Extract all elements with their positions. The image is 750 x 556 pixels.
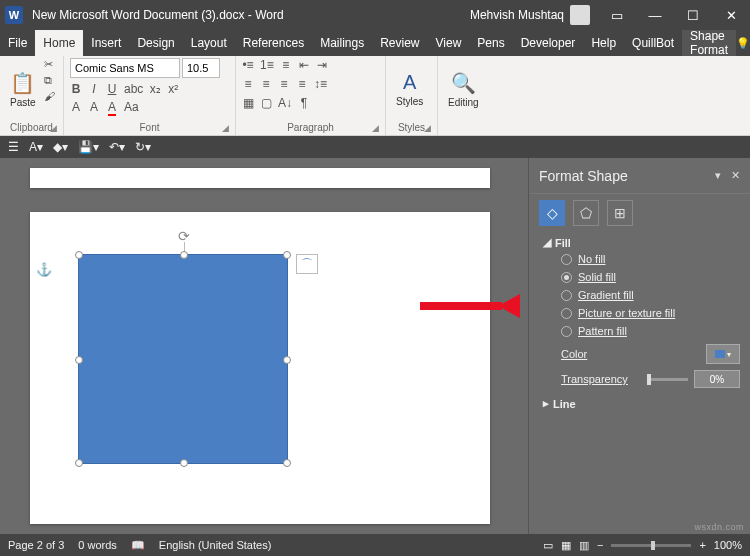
format-painter-button[interactable]: 🖌 (44, 90, 55, 102)
zoom-in-button[interactable]: + (699, 539, 705, 551)
superscript-button[interactable]: x² (167, 82, 179, 96)
save-qat[interactable]: 💾▾ (78, 140, 99, 154)
bold-button[interactable]: B (70, 82, 82, 96)
web-layout-button[interactable]: ▥ (579, 539, 589, 552)
zoom-level[interactable]: 100% (714, 539, 742, 551)
read-mode-button[interactable]: ▭ (543, 539, 553, 552)
styles-button[interactable]: A Styles (392, 58, 427, 120)
bullets-button[interactable]: •≡ (242, 58, 254, 72)
increase-indent-button[interactable]: ⇥ (316, 58, 328, 72)
font-size-select[interactable] (182, 58, 220, 78)
italic-button[interactable]: I (88, 82, 100, 96)
align-left-button[interactable]: ≡ (242, 77, 254, 91)
tab-layout[interactable]: Layout (183, 30, 235, 56)
tab-developer[interactable]: Developer (513, 30, 584, 56)
layout-options-button[interactable]: ⌒ (296, 254, 318, 274)
shading-button[interactable]: ▦ (242, 96, 254, 110)
pane-tab-effects[interactable]: ⬠ (573, 200, 599, 226)
change-case-button[interactable]: Aa (124, 100, 139, 114)
tell-me-button[interactable]: 💡Tell me (736, 31, 750, 55)
fill-picture-texture-fill[interactable]: Picture or texture fill (561, 307, 740, 319)
tab-help[interactable]: Help (583, 30, 624, 56)
fill-solid-fill[interactable]: Solid fill (561, 271, 740, 283)
undo-qat[interactable]: ↶▾ (109, 140, 125, 154)
tab-references[interactable]: References (235, 30, 312, 56)
justify-button[interactable]: ≡ (296, 77, 308, 91)
resize-handle-n[interactable] (180, 251, 188, 259)
line-spacing-button[interactable]: ↕≡ (314, 77, 327, 91)
tab-design[interactable]: Design (129, 30, 182, 56)
borders-button[interactable]: ▢ (260, 96, 272, 110)
numbering-button[interactable]: 1≡ (260, 58, 274, 72)
editing-button[interactable]: 🔍 Editing (444, 58, 483, 120)
resize-handle-e[interactable] (283, 356, 291, 364)
language-indicator[interactable]: English (United States) (159, 539, 272, 551)
tab-home[interactable]: Home (35, 30, 83, 56)
resize-handle-se[interactable] (283, 459, 291, 467)
ribbon-options-button[interactable]: ▭ (598, 0, 636, 30)
font-color-button[interactable]: A (106, 100, 118, 114)
close-button[interactable]: ✕ (712, 0, 750, 30)
tab-quillbot[interactable]: QuillBot (624, 30, 682, 56)
pane-tab-fill-line[interactable]: ◇ (539, 200, 565, 226)
align-right-button[interactable]: ≡ (278, 77, 290, 91)
underline-button[interactable]: U (106, 82, 118, 96)
fill-qat[interactable]: ◆▾ (53, 140, 68, 154)
tab-mailings[interactable]: Mailings (312, 30, 372, 56)
copy-button[interactable]: ⧉ (44, 74, 55, 87)
paragraph-launcher[interactable]: ◢ (372, 123, 379, 133)
word-count[interactable]: 0 words (78, 539, 117, 551)
shape-rectangle[interactable] (78, 254, 288, 464)
pane-dropdown[interactable]: ▾ (715, 169, 721, 182)
paste-button[interactable]: 📋 Paste (6, 58, 40, 120)
anchor-icon[interactable]: ⚓ (36, 262, 52, 277)
tab-pens[interactable]: Pens (469, 30, 512, 56)
transparency-slider[interactable] (647, 378, 688, 381)
line-section-toggle[interactable]: ▸ Line (543, 397, 740, 410)
tab-file[interactable]: File (0, 30, 35, 56)
user-account[interactable]: Mehvish Mushtaq (470, 5, 590, 25)
page-indicator[interactable]: Page 2 of 3 (8, 539, 64, 551)
print-layout-button[interactable]: ▦ (561, 539, 571, 552)
decrease-indent-button[interactable]: ⇤ (298, 58, 310, 72)
highlight-button[interactable]: A (88, 100, 100, 114)
redo-qat[interactable]: ↻▾ (135, 140, 151, 154)
fill-no-fill[interactable]: No fill (561, 253, 740, 265)
font-color-qat[interactable]: A▾ (29, 140, 43, 154)
zoom-out-button[interactable]: − (597, 539, 603, 551)
font-launcher[interactable]: ◢ (222, 123, 229, 133)
minimize-button[interactable]: — (636, 0, 674, 30)
spellcheck-icon[interactable]: 📖 (131, 539, 145, 552)
resize-handle-nw[interactable] (75, 251, 83, 259)
resize-handle-ne[interactable] (283, 251, 291, 259)
resize-handle-sw[interactable] (75, 459, 83, 467)
tab-shape-format[interactable]: Shape Format (682, 30, 736, 56)
tab-insert[interactable]: Insert (83, 30, 129, 56)
pane-close-button[interactable]: ✕ (731, 169, 740, 182)
pane-tab-size[interactable]: ⊞ (607, 200, 633, 226)
zoom-slider[interactable] (611, 544, 691, 547)
resize-handle-s[interactable] (180, 459, 188, 467)
align-center-button[interactable]: ≡ (260, 77, 272, 91)
font-name-select[interactable] (70, 58, 180, 78)
sort-button[interactable]: A↓ (278, 96, 292, 110)
fill-gradient-fill[interactable]: Gradient fill (561, 289, 740, 301)
touch-mode-button[interactable]: ☰ (8, 140, 19, 154)
transparency-value[interactable]: 0% (694, 370, 740, 388)
styles-launcher[interactable]: ◢ (424, 123, 431, 133)
maximize-button[interactable]: ☐ (674, 0, 712, 30)
document-area[interactable]: ⚓ ⟳ ⌒ (0, 158, 528, 534)
fill-section-toggle[interactable]: ◢ Fill (543, 236, 740, 249)
resize-handle-w[interactable] (75, 356, 83, 364)
subscript-button[interactable]: x₂ (149, 82, 161, 96)
fill-pattern-fill[interactable]: Pattern fill (561, 325, 740, 337)
multilevel-button[interactable]: ≡ (280, 58, 292, 72)
clipboard-launcher[interactable]: ◢ (50, 123, 57, 133)
strikethrough-button[interactable]: abc (124, 82, 143, 96)
tab-view[interactable]: View (428, 30, 470, 56)
tab-review[interactable]: Review (372, 30, 427, 56)
text-effects-button[interactable]: A (70, 100, 82, 114)
cut-button[interactable]: ✂ (44, 58, 55, 71)
fill-color-button[interactable]: ▾ (706, 344, 740, 364)
show-marks-button[interactable]: ¶ (298, 96, 310, 110)
